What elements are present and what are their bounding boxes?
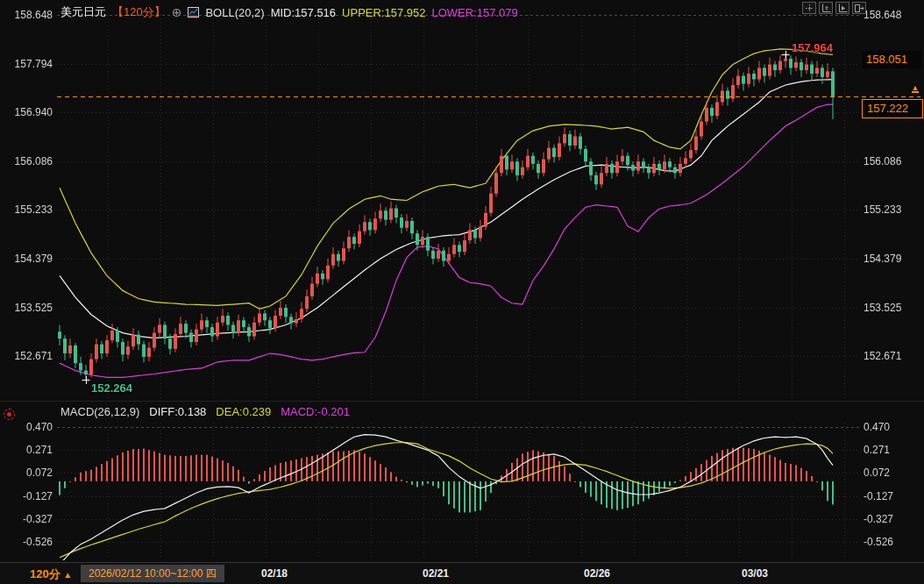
price-axis-tick-right: 154.379 [864,253,901,265]
chart-toolbar [802,2,866,14]
price-tag-current-price: 157.222 [862,99,923,118]
trading-chart-window: 美元日元 【120分】 ⊕ BOLL(20,2) MID:157.516 UPP… [0,0,924,584]
macd-dea-value: DEA:0.239 [216,405,271,418]
price-axis-tick-right: 155.233 [864,203,901,216]
price-axis-tick-left: 155.233 [0,203,53,216]
kline-chart-icon[interactable] [188,7,199,18]
x-axis-date-label: 03/03 [742,567,768,580]
macd-axis-tick-left: 0.072 [0,466,53,479]
macd-hist-value: MACD:-0.201 [281,405,350,418]
axis-scale-icon[interactable] [819,2,833,14]
candlestick-chart-canvas[interactable] [0,0,924,584]
price-up-arrow-icon: ▲ [910,84,920,93]
macd-axis-tick-right: -0.327 [864,513,893,525]
bottom-bar: 120分 ▲ 2026/02/12 10:00~12:00 四 02/1802/… [0,562,924,584]
x-axis-date-label: 02/26 [584,567,610,580]
x-axis-date-label: 02/18 [261,567,288,580]
add-indicator-icon[interactable]: ⊕ [172,6,182,18]
boll-upper-value: UPPER:157.952 [342,6,425,19]
macd-axis-tick-left: -0.127 [0,490,53,502]
axis-play-icon[interactable] [835,2,849,14]
move-crosshair-icon[interactable] [802,2,816,14]
macd-axis-tick-left: -0.327 [0,513,53,525]
alert-sun-icon[interactable] [4,409,15,420]
price-axis-tick-left: 158.648 [0,9,53,21]
boll-params-label: BOLL(20,2) [205,6,264,19]
price-tag-upper: 158.051 [862,51,921,68]
macd-axis-tick-left: 0.470 [0,421,53,433]
macd-header: MACD(26,12,9) DIFF:0.138 DEA:0.239 MACD:… [60,405,350,418]
macd-params-label: MACD(26,12,9) [60,405,139,418]
macd-axis-tick-left: -0.526 [0,536,53,548]
price-axis-tick-right: 158.648 [864,9,901,21]
macd-diff-value: DIFF:0.138 [149,405,206,418]
price-axis-tick-left: 156.086 [0,155,53,167]
price-axis-tick-left: 157.794 [0,58,53,70]
period-arrow-icon: ▲ [63,570,72,580]
low-price-annotation: 152.264 [91,381,132,395]
macd-axis-tick-right: 0.271 [864,444,890,456]
price-axis-tick-right: 152.671 [864,350,901,362]
price-axis-tick-left: 153.525 [0,302,53,314]
symbol-name[interactable]: 美元日元 [60,4,106,20]
candle-date-tooltip: 2026/02/12 10:00~12:00 四 [81,565,224,582]
macd-axis-tick-right: 0.470 [864,421,890,433]
x-axis-date-label: 02/21 [423,567,449,580]
pane-expand-icon[interactable] [852,2,866,14]
macd-axis-tick-right: -0.127 [864,490,893,502]
boll-lower-value: LOWER:157.079 [431,6,517,19]
macd-axis-tick-right: 0.072 [864,466,890,479]
macd-axis-tick-right: -0.526 [864,536,893,548]
price-axis-tick-left: 156.940 [0,106,53,118]
boll-mid-value: MID:157.516 [271,6,336,19]
price-axis-tick-right: 153.525 [864,302,901,314]
chart-header: 美元日元 【120分】 ⊕ BOLL(20,2) MID:157.516 UPP… [60,4,518,20]
price-axis-tick-right: 156.086 [864,155,901,167]
interval-selector[interactable]: 【120分】 [112,4,166,20]
price-axis-tick-left: 154.379 [0,253,53,265]
period-selector[interactable]: 120分 ▲ [30,566,72,582]
price-axis-tick-left: 152.671 [0,350,53,362]
macd-axis-tick-left: 0.271 [0,444,53,456]
high-price-annotation: 157.964 [792,41,833,54]
